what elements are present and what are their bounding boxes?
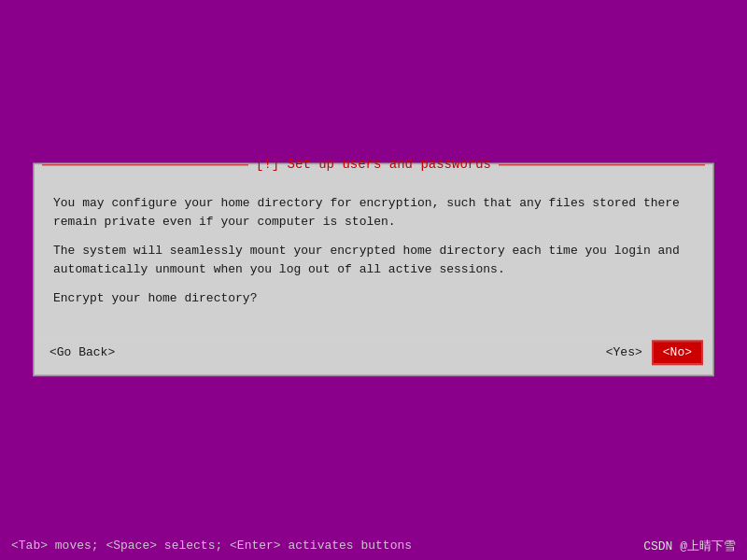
dialog-outer-border: [!] Set up users and passwords You may c… — [33, 162, 714, 376]
question-text: Encrypt your home directory? — [53, 289, 694, 308]
yes-button[interactable]: <Yes> — [602, 343, 646, 361]
title-line-left — [42, 164, 248, 165]
desktop: [!] Set up users and passwords You may c… — [0, 0, 747, 560]
go-back-button[interactable]: <Go Back> — [46, 343, 119, 361]
right-buttons: <Yes> <No> — [602, 342, 701, 363]
paragraph-2: The system will seamlessly mount your en… — [53, 242, 694, 278]
paragraph-1: You may configure your home directory fo… — [53, 194, 694, 231]
status-bar: <Tab> moves; <Space> selects; <Enter> ac… — [11, 539, 412, 553]
dialog-box: [!] Set up users and passwords You may c… — [34, 163, 713, 375]
no-button[interactable]: <No> — [654, 342, 701, 363]
dialog-buttons-row: <Go Back> <Yes> <No> — [35, 338, 712, 374]
dialog-content: You may configure your home directory fo… — [35, 187, 712, 338]
watermark: CSDN @上晴下雪 — [643, 538, 736, 554]
dialog-container: [!] Set up users and passwords You may c… — [33, 162, 714, 376]
dialog-title-bar: [!] Set up users and passwords — [35, 153, 712, 175]
dialog-title: [!] Set up users and passwords — [248, 157, 499, 172]
title-line-right — [499, 164, 705, 165]
